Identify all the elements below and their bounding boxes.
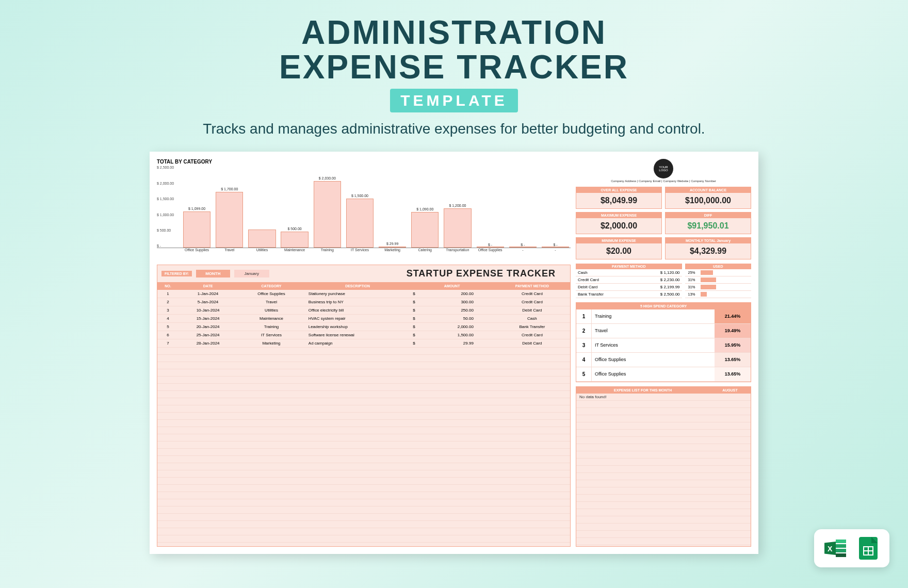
chart-bar (509, 247, 537, 248)
payment-row: Debit Card$ 2,199.99 (576, 284, 682, 291)
used-row: 25% (685, 269, 751, 276)
tracker-title: STARTUP EXPENSE TRACKER (407, 268, 556, 279)
high-spend-row: 5Office Supplies13.65% (576, 367, 751, 382)
chart-title: TOTAL BY CATEGORY (157, 159, 571, 165)
table-row: 11-Jan-2024Office SuppliesStationery pur… (157, 290, 570, 298)
filter-label: FILTERED BY: (161, 271, 192, 276)
used-table: USED 25%31%31%13% (685, 264, 751, 298)
page-subtitle: Tracks and manages administrative expens… (0, 121, 908, 137)
payment-row: Bank Transfer$ 2,500.00 (576, 291, 682, 298)
chart-bar (183, 211, 210, 248)
chart-bar (248, 230, 275, 248)
page-title: ADMINISTRATION EXPENSE TRACKER (0, 15, 908, 85)
table-row: 625-Jan-2024IT ServicesSoftware license … (157, 331, 570, 339)
google-sheets-icon (855, 535, 881, 561)
chart-bar (542, 247, 569, 248)
month-list-month: AUGUST (709, 387, 751, 394)
expense-table-panel: FILTERED BY: MONTH January STARTUP EXPEN… (157, 265, 571, 547)
payment-row: Cash$ 1,120.00 (576, 269, 682, 276)
used-header: USED (685, 264, 751, 269)
title-line-1: ADMINISTRATION (301, 14, 607, 51)
table-header: DESCRIPTION (305, 282, 410, 290)
table-row: 520-Jan-2024TrainingLeadership workshop$… (157, 323, 570, 331)
high-spend-panel: 5 HIGH SPEND CATEGORY 1Training21.44%2Tr… (576, 302, 751, 382)
title-line-2: EXPENSE TRACKER (279, 48, 629, 86)
format-icons (814, 529, 889, 567)
used-row: 31% (685, 284, 751, 291)
high-spend-row: 2Travel19.49% (576, 324, 751, 338)
table-header: DATE (179, 282, 237, 290)
category-chart: TOTAL BY CATEGORY $ -$ 500.00$ 1,000.00$… (157, 159, 571, 259)
table-header: CATEGORY (237, 282, 305, 290)
chart-bar (411, 212, 439, 248)
filter-month-button[interactable]: MONTH (196, 270, 230, 277)
chart-bar (379, 247, 406, 248)
table-row: 25-Jan-2024TravelBusiness trip to NY$300… (157, 298, 570, 306)
stat-box: OVER ALL EXPENSE$8,049.99 (576, 187, 662, 209)
stat-box: MAXIMUM EXPENSE$2,000.00 (576, 212, 662, 234)
stat-box: ACCOUNT BALANCE$100,000.00 (665, 187, 751, 209)
stat-box: DIFF$91,950.01 (665, 212, 751, 234)
month-list-body: No data found! (576, 394, 751, 546)
chart-bar (477, 247, 504, 248)
used-row: 13% (685, 291, 751, 298)
stat-box: MONTHLY TOTAL January$4,329.99 (665, 237, 751, 259)
stat-box: MINIMUM EXPENSE$20.00 (576, 237, 662, 259)
table-header: NO. (157, 282, 179, 290)
high-spend-row: 3IT Services15.95% (576, 338, 751, 353)
table-row: 310-Jan-2024UtilitiesOffice electricity … (157, 306, 570, 315)
high-spend-row: 1Training21.44% (576, 309, 751, 324)
table-header: PAYMENT METHOD (494, 282, 570, 290)
chart-bar (216, 192, 243, 248)
table-row: 415-Jan-2024MaintenanceHVAC system repai… (157, 315, 570, 323)
chart-bar (314, 181, 341, 248)
side-panel: YOUR LOGO Company Address | Company Emai… (576, 159, 751, 547)
table-row: 728-Jan-2024MarketingAd campaign$29.99De… (157, 339, 570, 348)
chart-bar (281, 232, 308, 248)
payment-row: Credit Card$ 2,230.00 (576, 276, 682, 284)
filter-month-value[interactable]: January (234, 270, 269, 277)
month-expense-list: EXPENSE LIST FOR THIS MONTH AUGUST No da… (576, 386, 751, 547)
month-list-header: EXPENSE LIST FOR THIS MONTH (576, 387, 709, 394)
excel-icon (822, 535, 848, 561)
payment-method-table: PAYMENT METHOD Cash$ 1,120.00Credit Card… (576, 264, 682, 298)
used-row: 31% (685, 276, 751, 284)
company-meta: Company Address | Company Email | Compan… (576, 179, 751, 183)
logo-placeholder: YOUR LOGO (654, 159, 673, 178)
empty-rows (157, 348, 570, 546)
table-header: AMOUNT (410, 282, 494, 290)
high-spend-row: 4Office Supplies13.65% (576, 353, 751, 367)
spreadsheet-preview: TOTAL BY CATEGORY $ -$ 500.00$ 1,000.00$… (150, 152, 758, 554)
template-badge: TEMPLATE (390, 89, 517, 112)
expense-table: NO.DATECATEGORYDESCRIPTIONAMOUNTPAYMENT … (157, 282, 570, 348)
high-spend-header: 5 HIGH SPEND CATEGORY (576, 303, 751, 309)
chart-bar (444, 208, 471, 248)
chart-bar (346, 199, 374, 248)
payment-header: PAYMENT METHOD (576, 264, 682, 269)
